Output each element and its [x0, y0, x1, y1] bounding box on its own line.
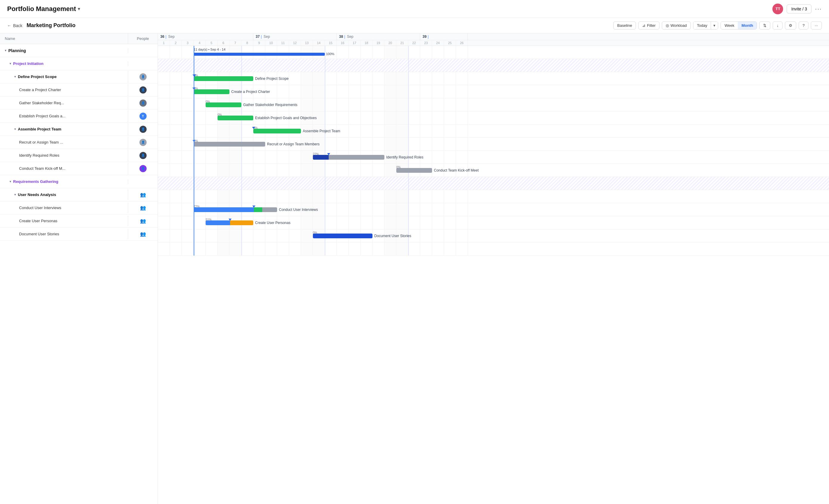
- week-37-num: 37: [256, 35, 259, 39]
- user-interviews-people: 👥: [128, 202, 158, 213]
- week-38-num: 38: [339, 35, 343, 39]
- kickoff-label: Conduct Team Kick-off M...: [19, 166, 66, 171]
- bar-roles-progress: [313, 155, 329, 160]
- today-chevron-icon[interactable]: ▾: [711, 22, 718, 29]
- gantt-header: 36 | Sep 37 | Sep 38 | Sep 39 |: [158, 33, 829, 46]
- sort-icon-button[interactable]: ⇅: [759, 22, 770, 30]
- identify-roles-cell[interactable]: Identify Required Roles: [0, 151, 128, 160]
- week-sep-36: |: [166, 35, 166, 39]
- week-37-month: Sep: [263, 35, 270, 39]
- lbl-personas: Create User Personas: [255, 221, 291, 225]
- more-options-icon[interactable]: ···: [815, 5, 822, 12]
- bar-label-row6: Assemble Project Team: [303, 129, 340, 133]
- week-button[interactable]: Week: [721, 22, 738, 29]
- title-chevron-icon[interactable]: ▾: [78, 6, 80, 12]
- baseline-button[interactable]: Baseline: [613, 22, 636, 30]
- project-initiation-cell[interactable]: ▾ Project Initiation: [0, 59, 128, 68]
- week-36: 36 | Sep: [158, 33, 253, 40]
- day-3: 3: [182, 40, 194, 46]
- user-interviews-row: Conduct User Interviews 👥: [0, 201, 158, 215]
- bar-row5: [218, 116, 253, 120]
- gantt-row-15: [158, 242, 829, 256]
- today-line: [194, 46, 194, 256]
- user-needs-cell[interactable]: ▾ User Needs Analysis: [0, 190, 128, 199]
- download-icon: ↓: [777, 23, 779, 28]
- today-button[interactable]: Today: [693, 22, 711, 29]
- download-button[interactable]: ↓: [773, 22, 783, 30]
- requirements-gathering-people: [128, 179, 158, 184]
- gantt-panel[interactable]: 36 | Sep 37 | Sep 38 | Sep 39 |: [158, 33, 829, 504]
- assemble-chevron-icon: ▾: [14, 127, 16, 131]
- day-6: 6: [218, 40, 229, 46]
- assemble-team-label: Assemble Project Team: [18, 127, 61, 131]
- filter-button[interactable]: ⊿ Filter: [638, 22, 659, 30]
- day-2: 2: [170, 40, 182, 46]
- settings-button[interactable]: ⚙: [785, 22, 796, 30]
- kickoff-row: Conduct Team Kick-off M... 👤: [0, 162, 158, 175]
- bar-kickoff: [396, 168, 432, 173]
- establish-goals-cell[interactable]: Establish Project Goals a...: [0, 111, 128, 121]
- recruit-cell[interactable]: Recruit or Assign Team ...: [0, 138, 128, 147]
- user-stories-label: Document User Stories: [19, 232, 59, 236]
- summary-bar-row0: [194, 53, 325, 56]
- day-7: 7: [229, 40, 241, 46]
- main-area: Name People ▾ Planning ▾ Project Initiat…: [0, 33, 829, 504]
- day-15: 15: [325, 40, 337, 46]
- back-arrow-icon: ←: [7, 23, 11, 28]
- week-38: 38 | Sep: [337, 33, 420, 40]
- back-label: Back: [13, 23, 22, 28]
- identify-roles-row: Identify Required Roles 👤: [0, 149, 158, 162]
- assemble-team-cell[interactable]: ▾ Assemble Project Team: [0, 124, 128, 134]
- kickoff-people: 👤: [128, 163, 158, 175]
- pct-kickoff: 0%: [396, 166, 400, 169]
- project-initiation-chevron-icon: ▾: [9, 62, 11, 66]
- create-charter-cell[interactable]: Create a Project Charter: [0, 85, 128, 94]
- help-button[interactable]: ?: [799, 22, 808, 30]
- more-actions-icon: ···: [815, 23, 818, 28]
- sub-toolbar-right: Baseline ⊿ Filter ◎ Workload Today ▾ Wee…: [613, 22, 822, 30]
- planning-label[interactable]: ▾ Planning: [0, 46, 128, 55]
- day-12: 12: [289, 40, 301, 46]
- app-title-area: Portfolio Management ▾: [7, 5, 80, 13]
- bar-row2: [194, 76, 253, 81]
- avatar-dps: 👤: [140, 73, 147, 80]
- requirements-gathering-row: ▾ Requirements Gathering: [0, 175, 158, 188]
- gather-stakeholder-cell[interactable]: Gather Stakeholder Req...: [0, 98, 128, 108]
- sort-icon: ⇅: [763, 23, 766, 28]
- user-interviews-cell[interactable]: Conduct User Interviews: [0, 203, 128, 212]
- month-button[interactable]: Month: [738, 22, 757, 29]
- view-toggle: Week Month: [721, 22, 757, 30]
- bar-recruit: [194, 142, 265, 147]
- kickoff-cell[interactable]: Conduct Team Kick-off M...: [0, 164, 128, 173]
- invite-button[interactable]: Invite / 3: [787, 4, 812, 13]
- define-project-scope-row: ▾ Define Project Scope 👤: [0, 70, 158, 83]
- day-4: 4: [194, 40, 206, 46]
- define-project-scope-cell[interactable]: ▾ Define Project Scope: [0, 72, 128, 81]
- user-personas-cell[interactable]: Create User Personas: [0, 216, 128, 226]
- week-36-num: 36: [160, 35, 164, 39]
- bar-label-row2: Define Project Scope: [255, 77, 289, 81]
- avatar-recruit: 👤: [140, 139, 147, 146]
- user-stories-cell[interactable]: Document User Stories: [0, 229, 128, 239]
- day-10: 10: [265, 40, 277, 46]
- bar-interviews-green: [254, 207, 262, 212]
- task-list: ▾ Planning ▾ Project Initiation ▾ Define…: [0, 44, 158, 504]
- lbl-stories: Document User Stories: [374, 234, 411, 238]
- milestone-dps: [192, 74, 196, 77]
- create-charter-row: Create a Project Charter 👤: [0, 83, 158, 96]
- recruit-row: Recruit or Assign Team ... 👤: [0, 136, 158, 149]
- day-18: 18: [361, 40, 372, 46]
- lbl-kickoff: Conduct Team Kick-off Meet: [434, 168, 478, 172]
- gantt-row-11: [158, 190, 829, 203]
- identify-roles-people: 👤: [128, 150, 158, 161]
- requirements-gathering-cell[interactable]: ▾ Requirements Gathering: [0, 177, 128, 186]
- user-stories-row: Document User Stories 👥: [0, 228, 158, 241]
- back-button[interactable]: ← Back: [7, 23, 22, 28]
- assemble-team-people: 👤: [128, 123, 158, 135]
- workload-button[interactable]: ◎ Workload: [662, 22, 691, 30]
- gantt-row-0: [158, 46, 829, 59]
- gather-stakeholder-label: Gather Stakeholder Req...: [19, 101, 64, 105]
- define-project-scope-label: Define Project Scope: [18, 74, 57, 79]
- user-stories-people: 👥: [128, 229, 158, 239]
- more-actions-button[interactable]: ···: [811, 22, 822, 30]
